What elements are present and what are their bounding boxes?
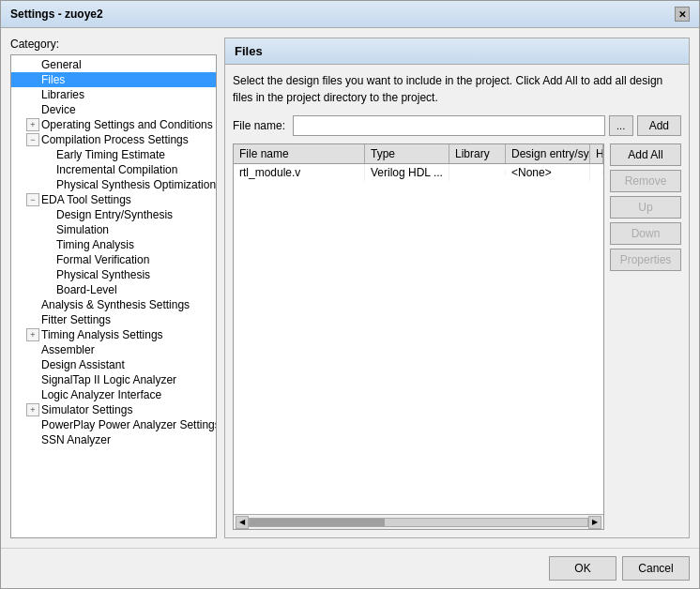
cell-filename: rtl_module.v bbox=[234, 164, 365, 181]
sidebar-item-board-level[interactable]: Board-Level bbox=[11, 282, 216, 297]
expand-icon bbox=[41, 223, 54, 236]
properties-button[interactable]: Properties bbox=[610, 249, 681, 271]
expand-icon bbox=[26, 358, 39, 371]
title-bar: Settings - zuoye2 ✕ bbox=[1, 1, 699, 28]
sidebar-item-ssn[interactable]: SSN Analyzer bbox=[11, 432, 216, 447]
expand-icon bbox=[26, 88, 39, 101]
sidebar-item-design-assistant[interactable]: Design Assistant bbox=[11, 357, 216, 372]
cell-hdlvers bbox=[590, 171, 603, 174]
expand-icon bbox=[26, 343, 39, 356]
files-description: Select the design files you want to incl… bbox=[233, 72, 681, 106]
category-label: Category: bbox=[10, 38, 217, 51]
scrollbar-thumb bbox=[250, 519, 385, 526]
col-header-hdlvers: HDL vers... bbox=[590, 144, 603, 163]
files-table: File name Type Library Design entry/sy..… bbox=[233, 143, 604, 530]
cancel-button[interactable]: Cancel bbox=[622, 556, 690, 581]
sidebar-item-early-timing[interactable]: Early Timing Estimate bbox=[11, 147, 216, 162]
browse-button[interactable]: ... bbox=[609, 115, 633, 136]
sidebar-item-operating-settings[interactable]: + Operating Settings and Conditions bbox=[11, 117, 216, 132]
file-name-row: File name: ... Add bbox=[233, 115, 681, 136]
sidebar-item-incremental-compilation[interactable]: Incremental Compilation bbox=[11, 162, 216, 177]
sidebar-item-files[interactable]: Files bbox=[11, 72, 216, 87]
table-row[interactable]: rtl_module.v Verilog HDL ... <None> bbox=[234, 164, 603, 181]
expand-icon-timing[interactable]: + bbox=[26, 328, 39, 341]
expand-icon bbox=[26, 388, 39, 401]
content-area: File name Type Library Design entry/sy..… bbox=[233, 143, 681, 530]
sidebar-item-eda-tool[interactable]: − EDA Tool Settings bbox=[11, 192, 216, 207]
scrollbar-track[interactable] bbox=[249, 518, 588, 527]
sidebar-item-timing-analysis-settings[interactable]: + Timing Analysis Settings bbox=[11, 327, 216, 342]
side-buttons: Add All Remove Up Down Properties bbox=[610, 143, 681, 530]
expand-icon bbox=[41, 148, 54, 161]
expand-icon-operating[interactable]: + bbox=[26, 118, 39, 131]
sidebar-item-design-entry[interactable]: Design Entry/Synthesis bbox=[11, 207, 216, 222]
expand-icon bbox=[26, 73, 39, 86]
sidebar-item-analysis-synthesis[interactable]: Analysis & Synthesis Settings bbox=[11, 297, 216, 312]
sidebar-item-powerplay[interactable]: PowerPlay Power Analyzer Settings bbox=[11, 417, 216, 432]
scroll-left-arrow[interactable]: ◀ bbox=[236, 516, 249, 529]
col-header-library: Library bbox=[449, 144, 506, 163]
expand-icon bbox=[41, 238, 54, 251]
scroll-right-arrow[interactable]: ▶ bbox=[588, 516, 601, 529]
expand-icon bbox=[41, 283, 54, 296]
expand-icon bbox=[41, 178, 54, 191]
down-button[interactable]: Down bbox=[610, 222, 681, 245]
expand-icon-eda[interactable]: − bbox=[26, 193, 39, 206]
expand-icon bbox=[26, 373, 39, 386]
dialog-footer: OK Cancel bbox=[1, 548, 699, 588]
dialog-body: Category: General Files bbox=[1, 28, 699, 548]
expand-icon bbox=[26, 433, 39, 446]
sidebar-item-physical-synthesis[interactable]: Physical Synthesis bbox=[11, 267, 216, 282]
sidebar-item-libraries[interactable]: Libraries bbox=[11, 87, 216, 102]
horizontal-scrollbar[interactable]: ◀ ▶ bbox=[234, 514, 603, 529]
sidebar-item-device[interactable]: Device bbox=[11, 102, 216, 117]
sidebar-item-assembler[interactable]: Assembler bbox=[11, 342, 216, 357]
sidebar-item-fitter-settings[interactable]: Fitter Settings bbox=[11, 312, 216, 327]
sidebar-item-formal-verification[interactable]: Formal Verification bbox=[11, 252, 216, 267]
sidebar-item-general[interactable]: General bbox=[11, 57, 216, 72]
files-panel: Select the design files you want to incl… bbox=[224, 64, 690, 538]
cell-library bbox=[449, 171, 506, 174]
expand-icon bbox=[26, 298, 39, 311]
expand-icon bbox=[41, 163, 54, 176]
expand-icon bbox=[26, 418, 39, 431]
file-name-input[interactable] bbox=[293, 115, 605, 136]
col-header-filename: File name bbox=[234, 144, 365, 163]
ok-button[interactable]: OK bbox=[549, 556, 616, 581]
expand-icon bbox=[26, 58, 39, 71]
cell-type: Verilog HDL ... bbox=[365, 164, 449, 181]
window-title: Settings - zuoye2 bbox=[10, 8, 103, 21]
table-body[interactable]: rtl_module.v Verilog HDL ... <None> bbox=[234, 164, 603, 514]
sidebar-item-compilation-process[interactable]: − Compilation Process Settings bbox=[11, 132, 216, 147]
sidebar-item-timing-analysis-eda[interactable]: Timing Analysis bbox=[11, 237, 216, 252]
category-tree[interactable]: General Files Libraries bbox=[10, 54, 217, 538]
sidebar-item-physical-synthesis-opt[interactable]: Physical Synthesis Optimizations bbox=[11, 177, 216, 192]
add-all-button[interactable]: Add All bbox=[610, 143, 681, 166]
col-header-designentry: Design entry/sy... bbox=[506, 144, 590, 163]
expand-icon bbox=[41, 253, 54, 266]
table-header: File name Type Library Design entry/sy..… bbox=[234, 144, 603, 164]
category-panel: Category: General Files bbox=[10, 38, 217, 538]
expand-icon-compilation[interactable]: − bbox=[26, 133, 39, 146]
file-name-label: File name: bbox=[233, 119, 285, 132]
settings-dialog: Settings - zuoye2 ✕ Category: General Fi… bbox=[0, 0, 700, 589]
files-header: Files bbox=[224, 38, 690, 64]
sidebar-item-signaltap[interactable]: SignalTap II Logic Analyzer bbox=[11, 372, 216, 387]
expand-icon bbox=[26, 313, 39, 326]
remove-button[interactable]: Remove bbox=[610, 170, 681, 192]
close-button[interactable]: ✕ bbox=[675, 7, 690, 22]
cell-designentry: <None> bbox=[506, 164, 590, 181]
up-button[interactable]: Up bbox=[610, 196, 681, 219]
right-panel: Files Select the design files you want t… bbox=[224, 38, 690, 538]
expand-icon bbox=[41, 268, 54, 281]
sidebar-item-logic-analyzer[interactable]: Logic Analyzer Interface bbox=[11, 387, 216, 402]
col-header-type: Type bbox=[365, 144, 449, 163]
expand-icon bbox=[26, 103, 39, 116]
add-button[interactable]: Add bbox=[637, 115, 681, 136]
expand-icon bbox=[41, 208, 54, 221]
expand-icon-simulator[interactable]: + bbox=[26, 403, 39, 416]
sidebar-item-simulator-settings[interactable]: + Simulator Settings bbox=[11, 402, 216, 417]
sidebar-item-simulation[interactable]: Simulation bbox=[11, 222, 216, 237]
